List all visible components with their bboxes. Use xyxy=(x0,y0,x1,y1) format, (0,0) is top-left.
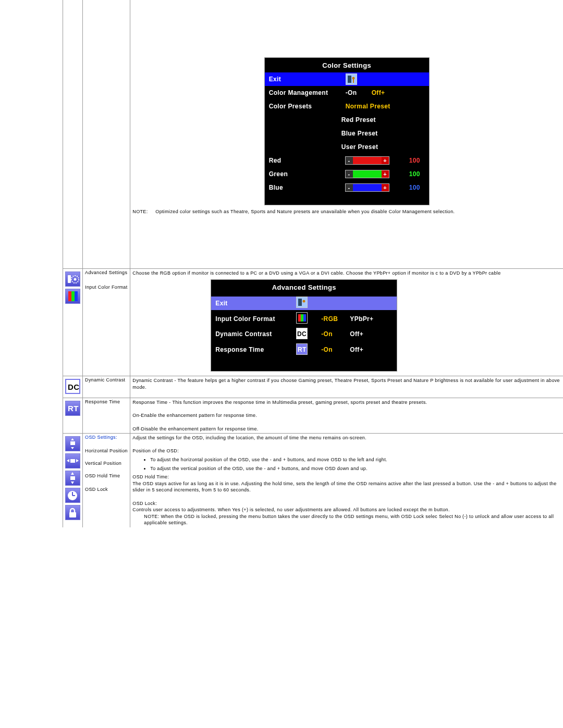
advanced-settings-osd: Advanced Settings Exit Input Color Forma… xyxy=(211,279,397,372)
advanced-intro: Choose the RGB option if monitor is conn… xyxy=(132,270,561,277)
svg-text:DC: DC xyxy=(68,382,79,391)
osd-title: Advanced Settings xyxy=(211,280,397,294)
channel-green[interactable]: Green-+100 xyxy=(265,167,429,181)
input-color-format-icon xyxy=(65,289,80,304)
svg-rect-19 xyxy=(70,459,75,463)
advanced-settings-icon xyxy=(65,272,80,287)
dynamic-contrast-icon: DC xyxy=(65,379,80,394)
dc-text: Dynamic Contrast - The feature helps get… xyxy=(130,376,563,398)
osd-bullet-hp: To adjust the horizontal position of the… xyxy=(150,456,561,463)
input-color-format-label: Input Color Format xyxy=(85,285,128,290)
exit-row[interactable]: Exit xyxy=(211,297,397,310)
svg-rect-24 xyxy=(69,512,76,517)
svg-rect-20 xyxy=(70,476,75,480)
osd-lock-lbl: OSD Lock: xyxy=(132,500,561,507)
preset-user[interactable]: User Preset xyxy=(265,140,429,154)
svg-rect-6 xyxy=(68,291,71,301)
advanced-settings-label: Advanced Settings xyxy=(85,270,128,275)
color-management-row[interactable]: Color Management -On Off+ xyxy=(265,86,429,100)
osd-vp-label: Vertical Position xyxy=(85,461,128,466)
color-presets-row[interactable]: Color Presets Normal Preset xyxy=(265,100,429,113)
osd-position-label: Position of the OSD: xyxy=(132,448,561,454)
osd-settings-label: OSD Settings: xyxy=(85,435,128,440)
svg-text:DC: DC xyxy=(297,330,307,338)
adv-rt[interactable]: Response TimeRT-OnOff+ xyxy=(211,343,397,357)
rt-p3: Off-Disable the enhancement pattern for … xyxy=(132,426,561,433)
svg-rect-9 xyxy=(298,299,302,306)
osd-hold-label: OSD Hold Time xyxy=(85,473,128,478)
rt-label: Response Time xyxy=(83,398,130,434)
svg-rect-12 xyxy=(301,314,303,322)
osd-intro: Adjust the settings for the OSD, includi… xyxy=(132,435,561,441)
color-settings-osd: Color Settings Exit Color Management -On… xyxy=(264,57,430,205)
svg-rect-11 xyxy=(298,314,301,322)
osd-hold-lbl: OSD Hold Time: xyxy=(132,474,561,480)
osd-settings-icon xyxy=(65,436,80,451)
osd-title: Color Settings xyxy=(265,58,429,72)
svg-rect-18 xyxy=(70,441,75,445)
svg-rect-0 xyxy=(348,76,351,83)
vertical-position-icon xyxy=(65,471,80,486)
rt-p1: Response Time - This function improves t… xyxy=(132,399,561,406)
preset-red[interactable]: Red Preset xyxy=(265,113,429,127)
svg-text:RT: RT xyxy=(68,404,79,413)
osd-lock-note: NOTE: When the OSD is locked, pressing t… xyxy=(132,513,561,526)
osd-hold-text: The OSD stays active for as long as it i… xyxy=(132,480,561,493)
svg-point-10 xyxy=(303,300,305,303)
svg-rect-8 xyxy=(75,291,78,301)
osd-lock-icon xyxy=(65,505,80,520)
osd-hp-label: Horizontal Position xyxy=(85,448,128,453)
osd-lock-label: OSD Lock xyxy=(85,487,128,492)
svg-text:RT: RT xyxy=(298,346,307,353)
svg-rect-3 xyxy=(68,275,71,283)
svg-rect-7 xyxy=(71,291,75,301)
rt-p2: On-Enable the enhancement pattern for re… xyxy=(132,412,561,419)
osd-hold-time-icon xyxy=(65,488,80,503)
exit-icon xyxy=(346,73,357,85)
response-time-icon: RT xyxy=(65,401,80,416)
dc-label: Dynamic Contrast xyxy=(83,376,130,398)
svg-point-5 xyxy=(74,278,77,280)
horizontal-position-icon xyxy=(65,453,80,468)
exit-row[interactable]: Exit xyxy=(265,72,429,86)
osd-lock-text: Controls user access to adjustments. Whe… xyxy=(132,507,561,513)
adv-dc[interactable]: Dynamic ContrastDC-OnOff+ xyxy=(211,328,397,341)
preset-blue[interactable]: Blue Preset xyxy=(265,127,429,140)
color-note: Optimized color settings such as Theatre… xyxy=(155,208,455,215)
svg-rect-13 xyxy=(303,314,306,322)
channel-red[interactable]: Red-+100 xyxy=(265,154,429,167)
channel-blue[interactable]: Blue-+100 xyxy=(265,181,429,194)
adv-rgb[interactable]: Input Color Format-RGBYPbPr+ xyxy=(211,312,397,326)
svg-point-1 xyxy=(352,77,354,80)
exit-icon xyxy=(296,297,308,308)
osd-bullet-vp: To adjust the vertical position of the O… xyxy=(150,465,561,472)
